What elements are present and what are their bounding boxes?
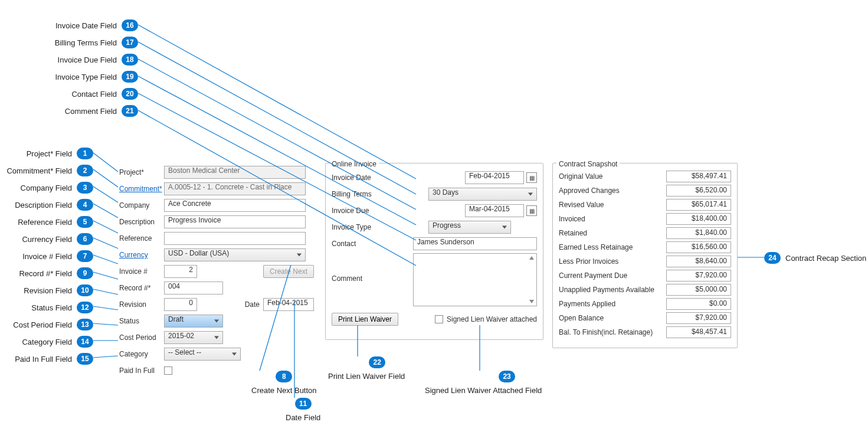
invoice-number-label: Invoice # <box>119 267 164 276</box>
record-number-input[interactable]: 004 <box>164 282 223 294</box>
record-number-field: Record #* 004 <box>119 281 314 295</box>
company-label: Company <box>119 201 164 210</box>
invoice-number-input[interactable]: 2 <box>164 265 197 278</box>
snapshot-row: Bal. To Finish(incl. Retainage)$48,457.4… <box>559 326 731 338</box>
status-field: Status Draft <box>119 314 314 328</box>
snapshot-value: $58,497.41 <box>666 171 731 182</box>
snapshot-row: Payments Applied$0.00 <box>559 298 731 310</box>
description-input[interactable]: Progress Invoice <box>164 215 306 228</box>
snapshot-value: $7,920.00 <box>666 270 731 282</box>
snapshot-row: Approved Changes$6,520.00 <box>559 185 731 197</box>
snapshot-row: Earned Less Retainage$16,560.00 <box>559 241 731 253</box>
snapshot-label: Less Prior Invoices <box>559 257 618 266</box>
snapshot-label: Invoiced <box>559 215 585 223</box>
snapshot-label: Earned Less Retainage <box>559 243 633 251</box>
category-label: Category <box>119 350 164 358</box>
status-label: Status <box>119 317 164 325</box>
signed-lien-waiver-label: Signed Lien Waiver attached <box>447 315 537 323</box>
snapshot-value: $16,560.00 <box>666 241 731 253</box>
snapshot-value: $7,920.00 <box>666 312 731 324</box>
billing-terms-label: Billing Terms <box>332 190 386 198</box>
snapshot-value: $5,000.00 <box>666 284 731 296</box>
callout-badge: 1 <box>77 148 93 159</box>
category-select[interactable]: -- Select -- <box>164 348 241 361</box>
svg-line-9 <box>93 306 118 310</box>
invoice-due-field: Invoice Due Mar-04-2015 ▦ <box>332 204 537 218</box>
project-field: Project* Boston Medical Center <box>119 165 314 179</box>
invoice-date-field: Invoice Date Feb-04-2015 ▦ <box>332 171 537 185</box>
currency-label[interactable]: Currency <box>119 251 164 259</box>
svg-line-10 <box>93 323 118 325</box>
svg-line-13 <box>138 25 416 179</box>
callout-label: Project* Field <box>27 149 72 158</box>
contact-input[interactable]: James Sunderson <box>413 237 537 250</box>
scrollbar[interactable] <box>528 256 535 303</box>
invoice-date-input[interactable]: Feb-04-2015 <box>465 171 524 184</box>
cost-period-select[interactable]: 2015-02 <box>164 331 223 344</box>
svg-line-12 <box>93 356 118 358</box>
snapshot-label: Unapplied Payments Available <box>559 286 654 294</box>
snapshot-row: Invoiced$18,400.00 <box>559 213 731 225</box>
commitment-input[interactable]: A.0005-12 - 1. Concrete - Cast in Place <box>164 182 306 195</box>
billing-terms-field: Billing Terms 30 Days <box>332 187 537 201</box>
contract-snapshot-legend: Contract Snapshot <box>556 160 620 168</box>
svg-line-8 <box>93 289 118 294</box>
comment-textarea[interactable] <box>413 253 537 306</box>
snapshot-value: $1,840.00 <box>666 227 731 239</box>
print-lien-waiver-button[interactable]: Print Lien Waiver <box>332 313 398 326</box>
snapshot-row: Open Balance$7,920.00 <box>559 312 731 324</box>
date-input[interactable]: Feb-04-2015 <box>263 298 314 311</box>
snapshot-label: Open Balance <box>559 314 604 322</box>
calendar-icon[interactable]: ▦ <box>526 205 537 216</box>
snapshot-row: Retained$1,840.00 <box>559 227 731 239</box>
currency-select[interactable]: USD - Dollar (USA) <box>164 248 306 261</box>
snapshot-label: Payments Applied <box>559 300 615 308</box>
commitment-label[interactable]: Commitment* <box>119 185 164 193</box>
snapshot-label: Approved Changes <box>559 186 620 195</box>
billing-terms-select[interactable]: 30 Days <box>428 188 537 201</box>
snapshot-value: $0.00 <box>666 298 731 310</box>
calendar-icon[interactable]: ▦ <box>526 172 537 183</box>
snapshot-row: Original Value$58,497.41 <box>559 171 731 182</box>
snapshot-row: Current Payment Due$7,920.00 <box>559 270 731 282</box>
reference-input[interactable] <box>164 232 306 245</box>
cost-period-field: Cost Period 2015-02 <box>119 330 314 345</box>
company-input[interactable]: Ace Concrete <box>164 199 306 212</box>
category-field: Category -- Select -- <box>119 347 314 361</box>
revision-label: Revision <box>119 300 164 309</box>
paid-in-full-checkbox[interactable] <box>164 366 172 375</box>
snapshot-row: Unapplied Payments Available$5,000.00 <box>559 284 731 296</box>
svg-line-4 <box>93 221 118 233</box>
project-label: Project* <box>119 168 164 176</box>
date-label: Date <box>245 300 260 309</box>
create-next-button[interactable]: Create Next <box>263 265 314 278</box>
chevron-down-icon[interactable] <box>529 300 534 303</box>
invoice-type-select[interactable]: Progress <box>428 221 511 234</box>
snapshot-value: $6,520.00 <box>666 185 731 197</box>
invoice-type-field: Invoice Type Progress <box>332 220 537 234</box>
snapshot-label: Retained <box>559 229 587 237</box>
record-number-label: Record #* <box>119 284 164 292</box>
revision-input[interactable]: 0 <box>164 298 197 311</box>
company-field: Company Ace Concrete <box>119 198 314 212</box>
svg-line-6 <box>93 255 118 264</box>
chevron-up-icon[interactable] <box>529 256 534 260</box>
cost-period-label: Cost Period <box>119 333 164 342</box>
signed-lien-waiver-checkbox[interactable] <box>435 315 443 323</box>
svg-line-0 <box>93 153 118 172</box>
project-input[interactable]: Boston Medical Center <box>164 166 306 179</box>
snapshot-label: Current Payment Due <box>559 271 627 280</box>
commitment-field: Commitment* A.0005-12 - 1. Concrete - Ca… <box>119 182 314 196</box>
reference-label: Reference <box>119 234 164 243</box>
description-label: Description <box>119 218 164 226</box>
revision-field: Revision 0 Date Feb-04-2015 <box>119 297 314 312</box>
snapshot-label: Revised Value <box>559 201 604 209</box>
snapshot-row: Less Prior Invoices$8,640.00 <box>559 256 731 267</box>
invoice-due-input[interactable]: Mar-04-2015 <box>465 204 524 217</box>
snapshot-value: $8,640.00 <box>666 256 731 267</box>
status-select[interactable]: Draft <box>164 315 223 328</box>
contact-field: Contact James Sunderson <box>332 237 537 251</box>
svg-line-3 <box>93 204 118 218</box>
comment-field: Comment <box>332 253 537 306</box>
svg-line-1 <box>93 169 118 187</box>
